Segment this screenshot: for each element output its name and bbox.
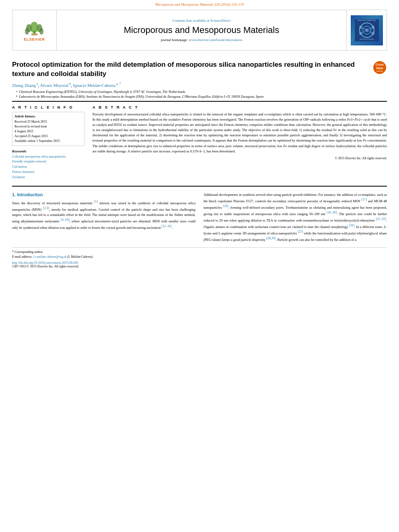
abstract-text: Porosity development of mesostructured c… [93, 112, 387, 154]
authors-line: Zheng Zhang a, Alvaro Mayoral b, Ignacio… [12, 82, 387, 88]
svg-point-11 [359, 26, 362, 29]
issn-line: 1387-1811/© 2015 Elsevier Inc. All right… [12, 265, 387, 268]
article-history-section: Article history: Received 25 March 2015 … [12, 112, 84, 146]
history-row-3: Accepted 25 August 2015 [14, 134, 82, 139]
author-1: Zheng Zhang [12, 83, 36, 88]
ref-5: [17] [362, 198, 367, 201]
affiliation-1: a Chemical Reaction Engineering (ENTEG),… [12, 90, 387, 94]
elsevier-wordmark: ELSEVIER [24, 37, 45, 41]
journal-cover-icon: MICROPOROUS AND MESOPOROUS MATERIALS [355, 19, 379, 41]
ref-3: [4–10] [61, 218, 69, 222]
footnote-section: * Corresponding author. E-mail address: … [12, 247, 387, 268]
ref-6: [10] [223, 204, 228, 208]
crossmark-icon: Cross Mark [372, 60, 387, 75]
article-content: Protocol optimization for the mild detem… [0, 51, 399, 272]
doi-text: http://dx.doi.org/10.1016/j.micromeso.20… [12, 261, 78, 265]
body-text-right: Additional developments in synthesis arr… [204, 192, 387, 242]
elsevier-logo-area: ELSEVIER [12, 10, 57, 50]
page-container: Microporous and Mesoporous Materials 220… [0, 0, 399, 532]
svg-point-13 [359, 32, 362, 35]
l-lysine: L [384, 225, 386, 229]
keyword-3: Fenton chemistry [12, 170, 84, 175]
svg-rect-6 [31, 33, 37, 35]
ref-1: [1] [94, 200, 98, 203]
article-title-section: Protocol optimization for the mild detem… [12, 60, 387, 79]
body-col-right: Additional developments in synthesis arr… [204, 192, 387, 242]
section-1-heading: 1. Introduction [12, 192, 195, 197]
email-suffix-text: (I. Melián-Cabrera). [67, 255, 93, 259]
body-text-left: Since the discovery of structured mesopo… [12, 199, 195, 230]
history-row-0: Received 25 March 2015 [14, 119, 82, 124]
journal-topbar: Microporous and Mesoporous Materials 220… [0, 0, 399, 7]
corresponding-label-text: * Corresponding author. [12, 250, 43, 254]
topbar-citation: Microporous and Mesoporous Materials 220… [155, 2, 244, 6]
keyword-0: Colloidal mesoporous silica nanoparticle… [12, 154, 84, 160]
email-line: E-mail address: i.v.melian.cabrera@rug.n… [12, 255, 387, 259]
svg-text:Mark: Mark [376, 67, 383, 70]
article-title: Protocol optimization for the mild detem… [12, 60, 368, 79]
affil-2-text: Laboratorio de Microscopías Avanzadas (L… [19, 94, 264, 99]
body-columns: 1. Introduction Since the discovery of s… [12, 192, 387, 242]
ref-9: [26] [349, 224, 354, 227]
journal-header: ELSEVIER Contents lists available at Sci… [12, 10, 387, 51]
svg-point-12 [371, 26, 374, 29]
keywords-section: Keywords: Colloidal mesoporous silica na… [12, 149, 84, 180]
svg-point-10 [365, 29, 368, 32]
history-row-1: Received in revised form [14, 124, 82, 129]
sciencedirect-span[interactable]: ScienceDirect [210, 18, 230, 23]
svg-point-4 [25, 28, 29, 35]
article-history-title: Article history: [14, 114, 82, 118]
journal-icon-area: MICROPOROUS AND MESOPOROUS MATERIALS [346, 10, 387, 50]
svg-point-14 [371, 32, 374, 35]
article-info-header: A R T I C L E I N F O [12, 105, 84, 109]
affil-1-sup: a [16, 90, 17, 94]
homepage-label: journal homepage: www.elsevier.com/locat… [161, 38, 242, 42]
divider-thick [12, 101, 387, 102]
abstract-header: A B S T R A C T [93, 105, 387, 109]
email-label-text: E-mail address: [12, 255, 33, 259]
affiliation-2: b Laboratorio de Microscopías Avanzadas … [12, 94, 387, 99]
author-3-sup: a, * [115, 82, 121, 86]
ref-10: [27] [298, 230, 303, 234]
l-arginine: L [218, 231, 220, 235]
keywords-title: Keywords: [12, 149, 84, 153]
affil-2-sup: b [16, 94, 18, 99]
copyright-line: © 2015 Elsevier Inc. All rights reserved… [93, 156, 387, 160]
corresponding-author-label: * Corresponding author. [12, 250, 387, 255]
sciencedirect-link[interactable]: Contents lists available at ScienceDirec… [173, 18, 231, 23]
homepage-url-span[interactable]: www.elsevier.com/locate/micromeso [189, 38, 242, 42]
svg-text:MESOPOROUS MATERIALS: MESOPOROUS MATERIALS [357, 20, 376, 21]
journal-title: Microporous and Mesoporous Materials [124, 25, 279, 35]
email-link[interactable]: i.v.melian.cabrera@rug.nl [33, 255, 66, 259]
author-2: Alvaro Mayoral [40, 83, 68, 88]
history-row-2: 4 August 2015 [14, 129, 82, 134]
elsevier-logo: ELSEVIER [23, 19, 45, 41]
ref-8: [21–25] [376, 217, 386, 221]
body-col-left: 1. Introduction Since the discovery of s… [12, 192, 195, 242]
author-1-sup: a [36, 82, 38, 86]
keyword-2: Calcination [12, 164, 84, 170]
issn-text: 1387-1811/© 2015 Elsevier Inc. All right… [12, 265, 79, 268]
author-3: Ignacio Melián-Cabrera [73, 83, 115, 88]
ref-11: [28,29] [266, 236, 276, 240]
history-row-4: Available online 1 September 2015 [14, 139, 82, 144]
article-info-col: A R T I C L E I N F O Article history: R… [12, 105, 84, 180]
body-section: 1. Introduction Since the discovery of s… [12, 192, 387, 242]
keyword-1: Friendly template removal [12, 159, 84, 164]
svg-text:MICROPOROUS AND: MICROPOROUS AND [360, 39, 374, 40]
ref-2: [2,3] [43, 206, 49, 210]
ref-4: [11–16] [162, 224, 172, 228]
doi-line[interactable]: http://dx.doi.org/10.1016/j.micromeso.20… [12, 261, 387, 265]
abstract-col: A B S T R A C T Porosity development of … [93, 105, 387, 180]
author-2-sup: b [68, 82, 71, 86]
journal-header-center: Contents lists available at ScienceDirec… [57, 10, 346, 50]
elsevier-tree-icon [23, 19, 45, 36]
svg-point-5 [39, 28, 43, 35]
svg-text:Cross: Cross [376, 63, 384, 66]
crossmark-badge[interactable]: Cross Mark [372, 60, 387, 75]
divider-body-top [12, 186, 387, 187]
journal-icon: MICROPOROUS AND MESOPOROUS MATERIALS [351, 15, 383, 45]
affil-1-text: Chemical Reaction Engineering (ENTEG), U… [19, 90, 185, 94]
keyword-4: Oxidation [12, 175, 84, 180]
ref-7: [18–20] [327, 211, 337, 214]
